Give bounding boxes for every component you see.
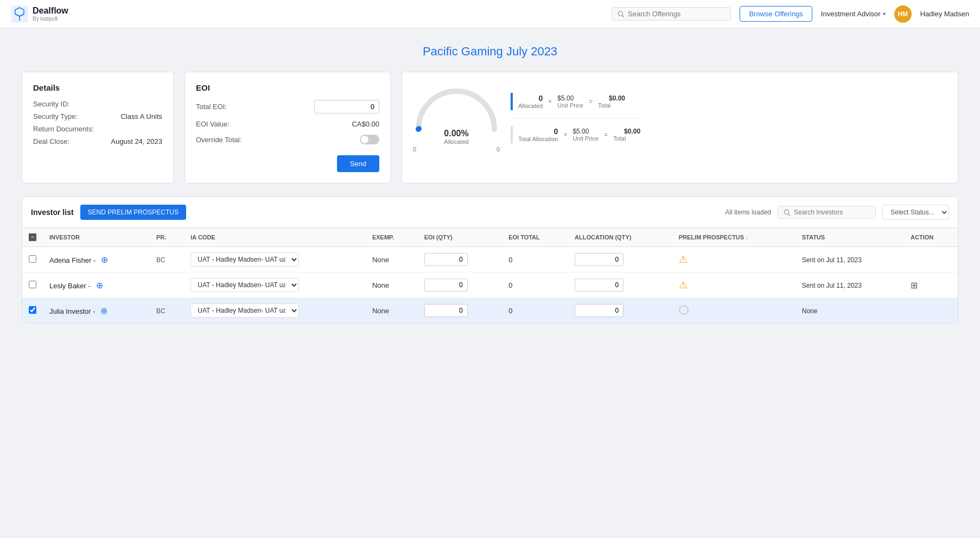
eoi-total-cell: 0 — [502, 298, 568, 324]
eoi-qty-input[interactable] — [424, 279, 468, 292]
eoi-value-label: EOI Value: — [196, 120, 230, 128]
investor-name-cell: Lesly Baker - ⊕ — [43, 273, 150, 298]
gauge-ticks: 0 0 — [413, 146, 500, 153]
deal-close-label: Deal Close: — [33, 137, 69, 145]
security-type-value: Class A Units — [120, 112, 162, 121]
gauge-allocated-label: Allocated — [444, 138, 468, 145]
allocated-row: 0 Allocated × $5.00 Unit Price = $0.00 T… — [511, 93, 640, 110]
prelim-prospectus-cell — [672, 298, 796, 324]
allocation-qty-cell[interactable] — [568, 273, 672, 298]
eoi-title: EOI — [196, 83, 379, 92]
investor-checkbox[interactable] — [29, 306, 36, 314]
ia-code-cell[interactable]: UAT - Hadley Madsen- UAT uat — [184, 298, 366, 324]
table-row: Julia Investor - ⊕BC UAT - Hadley Madsen… — [22, 298, 958, 324]
search-box[interactable] — [612, 7, 731, 21]
eoi-total-cell: 0 — [502, 273, 568, 298]
exemption-text: None — [372, 281, 389, 289]
send-button[interactable]: Send — [337, 155, 379, 172]
allocated-bar — [511, 93, 513, 110]
alloc-eq-symbol: = — [589, 98, 593, 105]
total-alloc-num: 0 — [518, 127, 558, 136]
th-eoi-total: EOI Total — [502, 228, 568, 247]
alloc-x-symbol: × — [548, 98, 552, 105]
allocation-qty-input[interactable] — [575, 304, 623, 317]
override-toggle[interactable] — [360, 135, 379, 144]
ia-code-select[interactable]: UAT - Hadley Madsen- UAT uat — [190, 278, 299, 292]
investment-advisor-menu[interactable]: Investment Advisor ▾ — [821, 10, 886, 18]
cards-row: Details Security ID: Security Type: Clas… — [22, 72, 958, 183]
ia-code-select[interactable]: UAT - Hadley Madsen- UAT uat — [190, 252, 299, 267]
avatar[interactable]: HM — [894, 5, 912, 23]
th-investor: Investor — [43, 228, 150, 247]
status-select[interactable]: Select Status... — [882, 205, 949, 220]
add-investor-icon[interactable]: ⊕ — [96, 281, 103, 290]
exemption-cell: None — [366, 247, 418, 273]
search-investors-box[interactable] — [778, 206, 876, 219]
th-exemp: Exemp. — [366, 228, 418, 247]
add-investor-icon[interactable]: ⊕ — [100, 306, 107, 315]
investor-checkbox[interactable] — [29, 281, 36, 288]
eoi-qty-cell[interactable] — [418, 298, 502, 324]
browse-offerings-button[interactable]: Browse Offerings — [740, 6, 812, 22]
total-eoi-input[interactable] — [314, 100, 379, 113]
investor-name-cell: Adena Fisher - ⊕ — [43, 247, 150, 273]
th-prelim-prospectus[interactable]: Prelim Prospectus — [672, 228, 796, 247]
action-cell — [904, 298, 958, 324]
return-documents-label: Return Documents: — [33, 125, 94, 133]
exemption-cell: None — [366, 298, 418, 324]
add-investor-icon[interactable]: ⊕ — [101, 255, 108, 264]
search-investors-input[interactable] — [794, 208, 870, 216]
allocated-total-col: $0.00 Total — [598, 94, 625, 109]
status-cell: None — [796, 298, 904, 324]
allocated-num-col: 0 Allocated — [518, 94, 543, 109]
search-icon — [618, 10, 625, 18]
security-type-label: Security Type: — [33, 112, 78, 121]
investor-name-cell: Julia Investor - ⊕ — [43, 298, 150, 324]
eoi-qty-input[interactable] — [424, 304, 468, 317]
eoi-qty-cell[interactable] — [418, 247, 502, 273]
province-badge: BC — [156, 307, 166, 315]
search-input[interactable] — [628, 10, 725, 18]
warning-icon: ⚠ — [679, 280, 688, 290]
ia-code-cell[interactable]: UAT - Hadley Madsen- UAT uat — [184, 273, 366, 298]
total-alloc-total-label: Total — [613, 135, 640, 142]
gauge-left-tick: 0 — [413, 146, 416, 153]
eoi-total-cell: 0 — [502, 247, 568, 273]
navbar: Dealflow By katipult Browse Offerings In… — [0, 0, 980, 28]
send-prelim-button[interactable]: SEND PRELIM PROSPECTUS — [80, 205, 186, 220]
return-documents-row: Return Documents: — [33, 125, 162, 133]
allocation-qty-input[interactable] — [575, 253, 623, 266]
eoi-total-value: 0 — [508, 256, 512, 264]
allocated-unit-price-label: Unit Price — [557, 102, 583, 109]
status-text: Sent on Jul 11, 2023 — [802, 256, 862, 264]
status-cell: Sent on Jul 11, 2023 — [796, 273, 904, 298]
total-alloc-x-symbol: × — [563, 131, 567, 138]
ia-code-select[interactable]: UAT - Hadley Madsen- UAT uat — [190, 303, 299, 318]
items-loaded-label: All items loaded — [725, 208, 771, 216]
eoi-qty-cell[interactable] — [418, 273, 502, 298]
action-icon[interactable]: ⊞ — [911, 281, 918, 290]
investor-checkbox[interactable] — [29, 255, 36, 263]
eoi-card: EOI Total EOI: EOI Value: CA$0.00 Overri… — [184, 72, 391, 183]
total-alloc-unit-price-label: Unit Price — [572, 135, 599, 142]
allocated-price: $5.00 — [557, 94, 583, 102]
allocation-qty-cell[interactable] — [568, 298, 672, 324]
status-cell: Sent on Jul 11, 2023 — [796, 247, 904, 273]
th-select-all[interactable]: – — [22, 228, 43, 247]
status-text: Sent on Jul 11, 2023 — [802, 282, 862, 289]
ia-code-cell[interactable]: UAT - Hadley Madsen- UAT uat — [184, 247, 366, 273]
select-all-checkbox[interactable]: – — [29, 233, 36, 241]
th-status: Status — [796, 228, 904, 247]
eoi-qty-input[interactable] — [424, 253, 468, 266]
exemption-text: None — [372, 307, 389, 315]
investor-list-section: Investor list SEND PRELIM PROSPECTUS All… — [22, 197, 958, 324]
allocated-label-text: Allocated — [518, 103, 543, 109]
investor-name: Lesly Baker - — [49, 282, 91, 290]
total-allocation-row: 0 Total Allocation × $5.00 Unit Price = … — [511, 126, 640, 143]
gauge-area: 0.00% Allocated 0 0 — [413, 83, 500, 153]
username-label: Hadley Madsen — [920, 10, 969, 18]
chevron-down-icon: ▾ — [883, 11, 886, 17]
allocated-price-col: $5.00 Unit Price — [557, 94, 583, 109]
allocation-qty-input[interactable] — [575, 279, 623, 292]
allocation-qty-cell[interactable] — [568, 247, 672, 273]
